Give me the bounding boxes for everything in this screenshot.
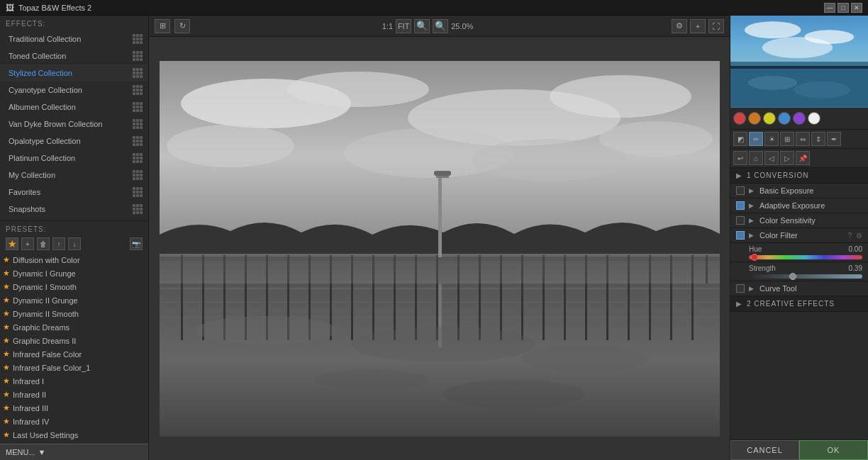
svg-rect-64 — [542, 284, 545, 340]
effect-snapshots[interactable]: Snapshots — [0, 201, 148, 218]
add-button[interactable]: + — [690, 19, 706, 33]
fullscreen-button[interactable]: ⛶ — [708, 19, 724, 33]
preset-add-button[interactable]: + — [21, 237, 34, 250]
swatch-orange[interactable] — [748, 112, 761, 125]
adaptive-exposure-checkbox[interactable] — [736, 201, 745, 210]
preset-graphic-dreams[interactable]: ★ Graphic Dreams — [0, 320, 148, 334]
swatch-yellow[interactable] — [763, 112, 776, 125]
preset-graphic-dreams-ii[interactable]: ★ Graphic Dreams II — [0, 334, 148, 347]
minimize-button[interactable]: — — [824, 3, 835, 13]
grid-icon — [133, 187, 143, 197]
effect-cyanotype-collection[interactable]: Cyanotype Collection — [0, 82, 148, 99]
preset-import-button[interactable]: ↑ — [52, 237, 65, 250]
effect-favorites[interactable]: Favorites — [0, 184, 148, 201]
maximize-button[interactable]: □ — [838, 3, 849, 13]
arrows-v-tool-button[interactable]: ⇕ — [811, 132, 825, 146]
zoom-in-button[interactable]: 🔍 — [433, 19, 448, 33]
app-title: Topaz B&W Effects 2 — [18, 4, 91, 12]
strength-slider-track[interactable] — [749, 274, 862, 279]
swatch-red[interactable] — [733, 112, 746, 125]
preset-dynamic-i-grunge[interactable]: ★ Dynamic I Grunge — [0, 267, 148, 280]
color-sensitivity-item[interactable]: ▶ Color Sensitivity — [730, 213, 868, 228]
strength-value: 0.39 — [849, 264, 862, 272]
preset-diffusion-color[interactable]: ★ Diffusion with Color — [0, 253, 148, 267]
home-button[interactable]: ⌂ — [749, 151, 763, 165]
titlebar: 🖼 Topaz B&W Effects 2 — □ ✕ — [0, 0, 868, 16]
preset-infrared-i[interactable]: ★ Infrared I — [0, 374, 148, 388]
adaptive-exposure-item[interactable]: ▶ Adaptive Exposure — [730, 198, 868, 213]
preset-dynamic-i-smooth[interactable]: ★ Dynamic I Smooth — [0, 280, 148, 293]
basic-exposure-checkbox[interactable] — [736, 186, 745, 195]
close-button[interactable]: ✕ — [851, 3, 862, 13]
hue-slider-track[interactable] — [749, 255, 862, 259]
swatch-blue[interactable] — [778, 112, 791, 125]
creative-effects-section-header[interactable]: ▶ 2 CREATIVE EFFECTS — [730, 296, 868, 312]
preset-camera-button[interactable]: 📷 — [130, 237, 143, 250]
effect-traditional-collection[interactable]: Traditional Collection — [0, 30, 148, 47]
preset-favorite-button[interactable]: ★ — [6, 237, 18, 250]
right-panel: ◩ ✏ ☀ ⊞ ⇔ ⇕ ✒ ↩ ⌂ ◁ ▷ 📌 ▶ 1 CONVERSION — [730, 16, 868, 460]
color-filter-checkbox[interactable] — [736, 231, 745, 240]
svg-point-79 — [745, 21, 801, 38]
brush-tool-button[interactable]: ✏ — [749, 132, 763, 146]
settings-button[interactable]: ⚙ — [672, 19, 687, 33]
cancel-button[interactable]: CANCEL — [730, 440, 799, 460]
preset-delete-button[interactable]: 🗑 — [37, 237, 50, 250]
effect-stylized-collection[interactable]: Stylized Collection — [0, 64, 148, 82]
color-filter-item[interactable]: ▶ Color Filter ? ⚙ — [730, 228, 868, 243]
strength-slider-thumb[interactable] — [789, 273, 796, 280]
effect-albumen-collection[interactable]: Albumen Collection — [0, 99, 148, 116]
swatch-white[interactable] — [808, 112, 820, 125]
arrows-tool-button[interactable]: ⇔ — [796, 132, 810, 146]
effect-vandyke-collection[interactable]: Van Dyke Brown Collection — [0, 116, 148, 133]
preset-last-used[interactable]: ★ Last Used Settings — [0, 428, 148, 442]
preset-infrared-iv[interactable]: ★ Infrared IV — [0, 415, 148, 428]
svg-rect-55 — [351, 284, 353, 340]
preset-infrared-iii[interactable]: ★ Infrared III — [0, 401, 148, 415]
toggle-split-button[interactable]: ⊞ — [155, 19, 170, 33]
masking-tool-button[interactable]: ◩ — [733, 132, 747, 146]
svg-point-75 — [521, 346, 649, 371]
svg-rect-32 — [585, 255, 587, 284]
preset-dynamic-ii-smooth[interactable]: ★ Dynamic II Smooth — [0, 307, 148, 320]
curve-tool-checkbox[interactable] — [736, 284, 745, 293]
color-sensitivity-checkbox[interactable] — [736, 216, 745, 225]
svg-point-76 — [316, 369, 429, 391]
basic-exposure-item[interactable]: ▶ Basic Exposure — [730, 184, 868, 198]
menu-arrow-icon: ▼ — [38, 448, 46, 456]
effect-my-collection[interactable]: My Collection — [0, 167, 148, 184]
refresh-button[interactable]: ↻ — [174, 19, 190, 33]
zoom-out-button[interactable]: 🔍 — [414, 19, 430, 33]
svg-rect-39 — [438, 178, 442, 257]
grid-tool-button[interactable]: ⊞ — [780, 132, 794, 146]
preset-dynamic-ii-grunge[interactable]: ★ Dynamic II Grunge — [0, 293, 148, 307]
undo-button[interactable]: ↩ — [733, 151, 747, 165]
preset-infrared-ii[interactable]: ★ Infrared II — [0, 388, 148, 401]
svg-rect-87 — [730, 66, 868, 69]
conversion-section-header[interactable]: ▶ 1 CONVERSION — [730, 168, 868, 184]
pen-tool-button[interactable]: ✒ — [827, 132, 841, 146]
effect-opalotype-collection[interactable]: Opalotype Collection — [0, 133, 148, 150]
help-icon[interactable]: ? — [847, 232, 852, 240]
zoom-fit-button[interactable]: FIT — [396, 19, 411, 33]
svg-point-7 — [167, 125, 294, 167]
back-button[interactable]: ◁ — [764, 151, 779, 165]
forward-button[interactable]: ▷ — [780, 151, 794, 165]
svg-rect-19 — [308, 255, 311, 284]
preset-infrared-false-color-1[interactable]: ★ Infrared False Color_1 — [0, 361, 148, 374]
pin-button[interactable]: 📌 — [796, 151, 810, 165]
menu-button[interactable]: MENU... ▼ — [0, 444, 148, 460]
preset-infrared-false-color[interactable]: ★ Infrared False Color — [0, 347, 148, 361]
effect-platinum-collection[interactable]: Platinum Collection — [0, 150, 148, 167]
svg-rect-15 — [223, 255, 226, 284]
hue-slider-thumb[interactable] — [751, 254, 758, 261]
curve-tool-item[interactable]: ▶ Curve Tool — [730, 281, 868, 296]
effects-list: Traditional Collection Toned Collection … — [0, 30, 148, 218]
preset-export-button[interactable]: ↓ — [68, 237, 81, 250]
settings-icon[interactable]: ⚙ — [856, 232, 862, 240]
svg-rect-36 — [670, 255, 672, 284]
effect-toned-collection[interactable]: Toned Collection — [0, 47, 148, 64]
sun-tool-button[interactable]: ☀ — [764, 132, 779, 146]
swatch-purple[interactable] — [793, 112, 806, 125]
ok-button[interactable]: OK — [799, 440, 868, 460]
